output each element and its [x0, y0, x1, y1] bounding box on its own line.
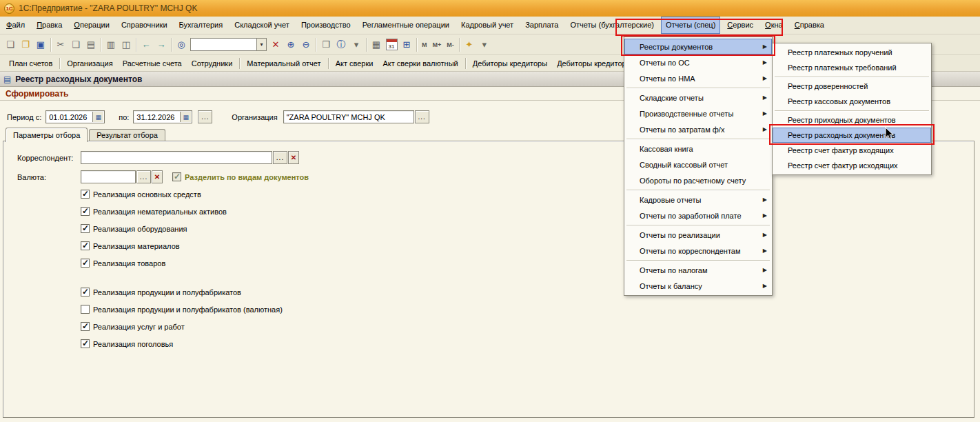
checkbox[interactable]	[81, 322, 90, 331]
memory-button[interactable]: M	[419, 37, 430, 52]
tab-filter-result[interactable]: Результат отбора	[89, 129, 165, 141]
tab-filter-params[interactable]: Параметры отбора	[6, 128, 88, 142]
menu-windows[interactable]: Окна	[760, 17, 788, 34]
registry-submenu-item-2[interactable]: Реестр доверенностей	[773, 79, 931, 94]
menu-service[interactable]: Сервис	[722, 17, 758, 34]
search-dropdown-button[interactable]: ▾	[256, 38, 267, 51]
print-button[interactable]: ▥	[103, 37, 119, 52]
registry-submenu-item-6[interactable]: Реестр счет фактур входящих	[773, 143, 931, 158]
quickbar-reconciliation-currency[interactable]: Акт сверки валютный	[378, 56, 462, 71]
spec-menu-item-12[interactable]: Отчеты по корреспондентам▶	[624, 243, 772, 259]
correspondent-clear-button[interactable]: ✕	[288, 151, 299, 164]
spec-menu-item-11[interactable]: Отчеты по реализации▶	[624, 227, 772, 243]
spec-menu-item-7[interactable]: Сводный кассовый отчет	[624, 157, 772, 172]
info-dropdown-button[interactable]: ▾	[349, 37, 364, 52]
find-prev-button[interactable]: ⊖	[298, 37, 314, 52]
settings-key-button[interactable]: ✦	[462, 37, 477, 52]
correspondent-select-button[interactable]: ...	[273, 151, 287, 164]
currency-select-button[interactable]: ...	[136, 170, 151, 183]
quickbar-employees[interactable]: Сотрудники	[187, 56, 238, 71]
checkbox[interactable]	[81, 224, 90, 233]
spec-menu-item-13[interactable]: Отчеты по налогам▶	[624, 262, 772, 278]
organization-select-button[interactable]: ...	[415, 110, 429, 123]
registry-submenu-item-0[interactable]: Реестр платежных поручений	[773, 45, 931, 60]
checkbox[interactable]	[81, 241, 90, 250]
spec-menu-item-3[interactable]: Складские отчеты▶	[624, 90, 772, 106]
quickbar-reconciliation[interactable]: Акт сверки	[331, 56, 378, 71]
quickbar-chart-of-accounts[interactable]: План счетов	[4, 56, 57, 71]
menu-help[interactable]: Справка	[790, 17, 829, 34]
organization-field[interactable]: "ZARA POULTRY" MCHJ QK	[283, 110, 414, 123]
spec-menu-item-5[interactable]: Отчеты по затратам ф/х▶	[624, 121, 772, 137]
period-from-field[interactable]: 01.01.2026 ▦	[45, 110, 105, 123]
copy-format-button[interactable]: ❒	[318, 37, 334, 52]
registry-submenu-item-1[interactable]: Реестр платежных требований	[773, 60, 931, 75]
spec-menu-item-4[interactable]: Производственные отчеты▶	[624, 106, 772, 121]
copy-button[interactable]: ❑	[68, 37, 83, 52]
date-picker-button[interactable]: ▦	[180, 112, 191, 122]
paste-button[interactable]: ▤	[83, 37, 99, 52]
cut-button[interactable]: ✂	[53, 37, 68, 52]
checkbox[interactable]	[81, 259, 90, 268]
spec-menu-item-6[interactable]: Кассовая книга	[624, 141, 772, 157]
registry-submenu-item-4[interactable]: Реестр приходных документов	[773, 112, 931, 128]
settings-dropdown-button[interactable]: ▾	[477, 37, 492, 52]
registry-submenu-item-7[interactable]: Реестр счет фактур исходящих	[773, 158, 931, 173]
save-button[interactable]: ▣	[33, 37, 48, 52]
search-input[interactable]	[190, 38, 256, 51]
forward-button[interactable]: →	[154, 37, 169, 52]
correspondent-field[interactable]	[81, 151, 272, 164]
memory-minus-button[interactable]: M-	[444, 37, 457, 52]
find-button[interactable]: ◎	[174, 37, 189, 52]
spec-menu-item-10[interactable]: Отчеты по заработной плате▶	[624, 208, 772, 223]
menu-production[interactable]: Производство	[296, 17, 356, 34]
menu-accounting[interactable]: Бухгалтерия	[174, 17, 228, 34]
new-document-button[interactable]: ❏	[3, 37, 18, 52]
back-button[interactable]: ←	[139, 37, 154, 52]
calculator-button[interactable]: ⊞	[399, 37, 414, 52]
menu-reports-accounting[interactable]: Отчеты (бухгалтерские)	[565, 17, 659, 34]
spec-menu-item-14[interactable]: Отчеты к балансу▶	[624, 278, 772, 294]
spec-menu-item-8[interactable]: Обороты по расчетному счету	[624, 172, 772, 188]
find-next-button[interactable]: ⊕	[283, 37, 298, 52]
currency-field[interactable]	[81, 170, 136, 183]
currency-clear-button[interactable]: ✕	[152, 170, 163, 183]
submenu-arrow-icon: ▶	[763, 94, 767, 101]
info-button[interactable]: ⓘ	[334, 37, 349, 52]
checkbox[interactable]	[81, 207, 90, 216]
menu-regulated-ops[interactable]: Регламентные операции	[358, 17, 454, 34]
period-to-field[interactable]: 31.12.2026 ▦	[133, 110, 192, 123]
quickbar-debtors-creditors[interactable]: Дебиторы кредиторы	[468, 56, 552, 71]
menu-edit[interactable]: Правка	[32, 17, 67, 34]
period-select-button[interactable]: ...	[198, 110, 212, 123]
registry-submenu-item-expense-docs[interactable]: Реестр расходных документов	[773, 128, 931, 143]
quickbar-bank-accounts[interactable]: Расчетные счета	[118, 56, 187, 71]
quickbar-organization[interactable]: Организация	[62, 56, 117, 71]
table-button[interactable]: ▦	[369, 37, 384, 52]
menu-reports-special[interactable]: Отчеты (спец)	[661, 17, 720, 34]
quickbar-material-report[interactable]: Материальный отчет	[242, 56, 325, 71]
menu-file[interactable]: Файл	[1, 17, 30, 34]
calendar-button[interactable]: 31	[384, 37, 399, 52]
print-preview-button[interactable]: ◫	[119, 37, 134, 52]
checkbox[interactable]	[81, 305, 90, 314]
generate-button[interactable]: Сформировать	[6, 89, 68, 99]
registry-submenu-item-3[interactable]: Реестр кассовых документов	[773, 94, 931, 109]
spec-menu-item-2[interactable]: Отчеты по НМА▶	[624, 70, 772, 86]
clear-search-button[interactable]: ✕	[268, 37, 283, 52]
menu-operations[interactable]: Операции	[69, 17, 114, 34]
spec-menu-item-1[interactable]: Отчеты по ОС▶	[624, 54, 772, 70]
menu-warehouse[interactable]: Складской учет	[229, 17, 294, 34]
menu-salary[interactable]: Зарплата	[520, 17, 563, 34]
checkbox[interactable]	[81, 339, 90, 348]
spec-menu-item-9[interactable]: Кадровые отчеты▶	[624, 192, 772, 208]
date-picker-button[interactable]: ▦	[92, 112, 103, 122]
menu-hr[interactable]: Кадровый учет	[456, 17, 518, 34]
checkbox[interactable]	[81, 190, 90, 199]
checkbox[interactable]	[81, 288, 90, 297]
memory-plus-button[interactable]: M+	[430, 37, 445, 52]
spec-menu-item-0[interactable]: Реестры документов▶	[624, 39, 772, 54]
menu-directories[interactable]: Справочники	[116, 17, 172, 34]
search-combobox[interactable]: ▾	[190, 38, 267, 51]
open-button[interactable]: ❐	[18, 37, 33, 52]
